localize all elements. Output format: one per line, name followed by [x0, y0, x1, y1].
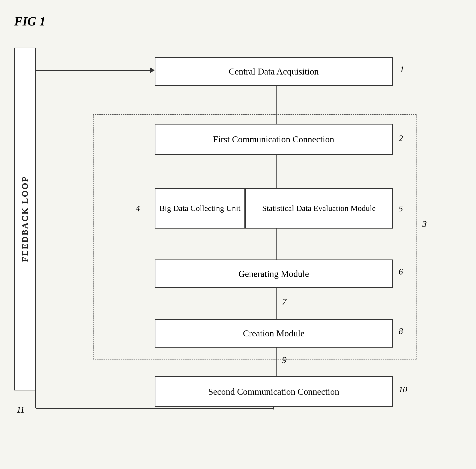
big-data-ref: 4	[136, 203, 140, 214]
first-comm-ref: 2	[399, 133, 403, 143]
second-comm-label: Second Communication Connection	[208, 386, 339, 397]
central-data-box: Central Data Acquisition	[155, 57, 393, 86]
generating-ref: 6	[399, 267, 403, 277]
arrow-first-to-data	[273, 155, 279, 193]
statistical-label: Statistical Data Evaluation Module	[260, 201, 378, 215]
creation-label: Creation Module	[243, 328, 305, 338]
big-data-label: Big Data Collecting Unit	[157, 201, 243, 215]
creation-ref: 8	[399, 326, 403, 336]
arrow-create-to-second	[273, 348, 279, 381]
statistical-box: Statistical Data Evaluation Module	[245, 188, 393, 229]
feedback-ref-num: 11	[17, 405, 25, 469]
arrow-gen-to-create	[273, 288, 279, 324]
dashed-container-ref: 3	[423, 219, 427, 229]
feedback-top-hline	[36, 70, 152, 71]
first-comm-box: First Communication Connection	[155, 124, 393, 155]
second-comm-ref: 10	[399, 385, 407, 394]
second-comm-box: Second Communication Connection	[155, 376, 393, 407]
feedback-top-arrow	[150, 67, 155, 73]
feedback-loop-bar: FEEDBACK LOOP	[14, 48, 36, 390]
arrow-stat-to-gen	[273, 229, 279, 264]
generating-label: Generating Module	[238, 268, 309, 279]
central-data-label: Central Data Acquisition	[229, 66, 319, 77]
arrow9-label: 9	[282, 355, 287, 365]
figure-label: FIG 1	[14, 14, 46, 28]
feedback-right-vline	[273, 407, 274, 409]
central-data-ref: 1	[400, 64, 404, 74]
big-data-box: Big Data Collecting Unit	[155, 188, 245, 229]
generating-box: Generating Module	[155, 259, 393, 288]
feedback-bottom-hline	[36, 408, 274, 409]
creation-box: Creation Module	[155, 319, 393, 348]
feedback-loop-label: FEEDBACK LOOP	[20, 176, 30, 262]
statistical-ref: 5	[399, 203, 403, 214]
feedback-bottom-vline	[35, 70, 36, 408]
first-comm-label: First Communication Connection	[213, 134, 334, 145]
arrow7-label: 7	[282, 296, 287, 307]
